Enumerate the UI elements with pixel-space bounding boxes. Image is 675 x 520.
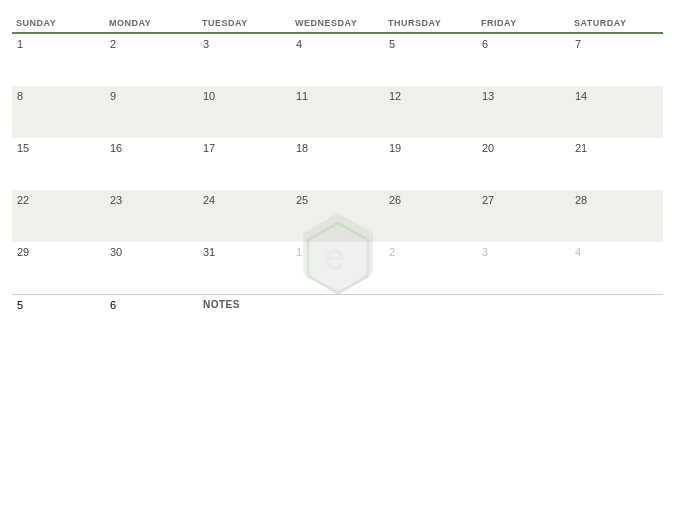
weeks-container: 1234567891011121314151617181920212223242… xyxy=(12,34,663,294)
calendar-day: 5 xyxy=(384,34,477,86)
calendar-day: 23 xyxy=(105,190,198,242)
notes-day-cell: 5 xyxy=(12,295,105,338)
notes-label-cell: NOTES xyxy=(198,295,291,338)
calendar-day: 15 xyxy=(12,138,105,190)
calendar-day: 31 xyxy=(198,242,291,294)
notes-label: NOTES xyxy=(203,299,286,310)
calendar-day: 7 xyxy=(570,34,663,86)
calendar-day: 11 xyxy=(291,86,384,138)
calendar-container: SUNDAYMONDAYTUESDAYWEDNESDAYTHURSDAYFRID… xyxy=(0,0,675,520)
calendar-day: 10 xyxy=(198,86,291,138)
day-header-wednesday: WEDNESDAY xyxy=(291,16,384,30)
notes-day-cell xyxy=(384,295,477,338)
calendar-day: 22 xyxy=(12,190,105,242)
calendar-day: 14 xyxy=(570,86,663,138)
calendar-day: 1 xyxy=(12,34,105,86)
day-header-monday: MONDAY xyxy=(105,16,198,30)
week-row-2: 15161718192021 xyxy=(12,138,663,190)
notes-day-cell: 6 xyxy=(105,295,198,338)
week-row-0: 1234567 xyxy=(12,34,663,86)
notes-row: 56NOTES xyxy=(12,294,663,338)
calendar-day: 2 xyxy=(105,34,198,86)
calendar-header-row: SUNDAYMONDAYTUESDAYWEDNESDAYTHURSDAYFRID… xyxy=(12,16,663,34)
day-header-saturday: SATURDAY xyxy=(570,16,663,30)
calendar-day: 28 xyxy=(570,190,663,242)
notes-day-cell xyxy=(477,295,570,338)
calendar-day: 12 xyxy=(384,86,477,138)
calendar-day: 6 xyxy=(477,34,570,86)
calendar-day: 1 xyxy=(291,242,384,294)
week-row-1: 891011121314 xyxy=(12,86,663,138)
calendar-day: 24 xyxy=(198,190,291,242)
notes-day-cell xyxy=(570,295,663,338)
calendar-day: 4 xyxy=(570,242,663,294)
calendar-day: 3 xyxy=(198,34,291,86)
calendar-day: 27 xyxy=(477,190,570,242)
week-row-4: 2930311234 xyxy=(12,242,663,294)
calendar-day: 19 xyxy=(384,138,477,190)
day-header-tuesday: TUESDAY xyxy=(198,16,291,30)
calendar-day: 2 xyxy=(384,242,477,294)
calendar-day: 30 xyxy=(105,242,198,294)
calendar-day: 9 xyxy=(105,86,198,138)
day-header-friday: FRIDAY xyxy=(477,16,570,30)
notes-day-cell xyxy=(291,295,384,338)
day-header-sunday: SUNDAY xyxy=(12,16,105,30)
calendar-day: 29 xyxy=(12,242,105,294)
week-row-3: 22232425262728 xyxy=(12,190,663,242)
calendar-day: 21 xyxy=(570,138,663,190)
calendar-day: 8 xyxy=(12,86,105,138)
calendar-day: 26 xyxy=(384,190,477,242)
calendar-day: 3 xyxy=(477,242,570,294)
day-header-thursday: THURSDAY xyxy=(384,16,477,30)
calendar-day: 16 xyxy=(105,138,198,190)
calendar-day: 20 xyxy=(477,138,570,190)
calendar-day: 25 xyxy=(291,190,384,242)
calendar-day: 17 xyxy=(198,138,291,190)
calendar-day: 4 xyxy=(291,34,384,86)
calendar-day: 13 xyxy=(477,86,570,138)
calendar-day: 18 xyxy=(291,138,384,190)
